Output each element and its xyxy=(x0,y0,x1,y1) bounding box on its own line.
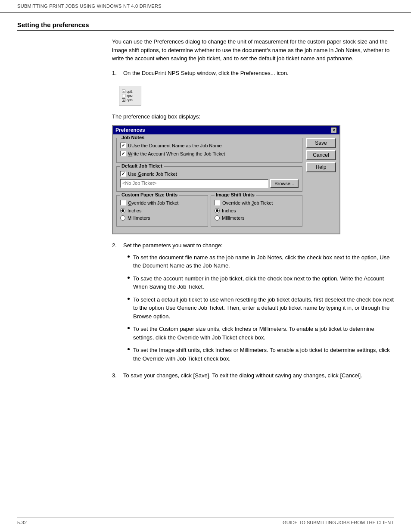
page-header: SUBMITTING PRINT JOBS USING WINDOWS NT 4… xyxy=(0,0,411,12)
override-underline: O xyxy=(128,200,132,205)
page-content: Setting the preferences You can use the … xyxy=(0,12,411,401)
write-account-checkbox[interactable] xyxy=(120,151,126,156)
shift-mm-radio[interactable] xyxy=(215,215,220,221)
icon-label-2: opt2 xyxy=(127,94,133,97)
step-1-number: 1. xyxy=(112,69,121,78)
paper-mm-label: Millimeters xyxy=(128,215,150,221)
cancel-button[interactable]: Cancel xyxy=(306,150,336,160)
step-2-content: Set the parameters you want to change: T… xyxy=(123,241,394,367)
left-column xyxy=(17,37,112,384)
icon-check-1 xyxy=(122,90,125,93)
dialog-titlebar: Preferences × xyxy=(113,126,339,134)
write-account-label: Write the Account When Saving the Job Ti… xyxy=(128,151,225,156)
bullet-item-5: To set the Image shift units, click Inch… xyxy=(128,346,394,363)
paper-mm-radio[interactable] xyxy=(120,215,125,221)
icon-row-2: opt2 xyxy=(122,94,133,97)
close-icon: × xyxy=(333,128,335,133)
image-shift-label: Image Shift Units xyxy=(215,192,256,197)
shift-override-checkbox[interactable] xyxy=(215,200,220,205)
step-1: 1. On the DocuPrint NPS Setup window, cl… xyxy=(112,69,394,78)
paper-mm-row[interactable]: Millimeters xyxy=(120,215,204,221)
icon-label-1: opt1 xyxy=(127,90,133,93)
job-notes-label: Job Notes xyxy=(120,135,146,140)
bullet-dot-3 xyxy=(128,298,130,300)
use-doc-name-label: UUse the Document Name as the Job Name xyxy=(128,143,222,148)
use-doc-name-checkbox[interactable] xyxy=(120,143,126,148)
icon-image: opt1 opt2 opt3 xyxy=(119,86,141,106)
bullet-dot-2 xyxy=(128,277,130,279)
dialog-left: Job Notes UUse the Document Name as the … xyxy=(116,138,302,230)
main-layout: You can use the Preferences dialog to ch… xyxy=(17,37,394,384)
write-account-underline: W xyxy=(128,151,132,156)
intro-paragraph: You can use the Preferences dialog to ch… xyxy=(112,37,394,63)
step-2-text: Set the parameters you want to change: xyxy=(123,242,223,249)
bullet-dot-4 xyxy=(128,327,130,329)
dialog-body: Job Notes UUse the Document Name as the … xyxy=(113,134,339,233)
dialog-buttons: Save Cancel Help xyxy=(306,138,336,230)
header-text: SUBMITTING PRINT JOBS USING WINDOWS NT 4… xyxy=(17,3,162,9)
write-account-row[interactable]: Write the Account When Saving the Job Ti… xyxy=(120,151,299,156)
dialog-close-button[interactable]: × xyxy=(331,127,337,133)
use-doc-name-row[interactable]: UUse the Document Name as the Job Name xyxy=(120,143,299,148)
bullet-text-3: To select a default job ticket to use wh… xyxy=(133,296,394,321)
default-job-ticket-label: Default Job Ticket xyxy=(120,163,164,168)
bullet-list: To set the document file name as the job… xyxy=(128,253,394,363)
default-job-ticket-content: Use Generic Job Ticket <No Job Ticket> B… xyxy=(120,171,299,188)
shift-inches-radio[interactable] xyxy=(215,208,220,213)
bullet-item-3: To select a default job ticket to use wh… xyxy=(128,296,394,321)
use-generic-row[interactable]: Use Generic Job Ticket xyxy=(120,171,299,177)
job-underline: J xyxy=(252,200,254,205)
bullet-dot-5 xyxy=(128,348,130,350)
paper-override-checkbox[interactable] xyxy=(120,200,126,205)
bullet-text-1: To set the document file name as the job… xyxy=(133,253,394,270)
page-footer: 5-32 GUIDE TO SUBMITTING JOBS FROM THE C… xyxy=(17,517,394,525)
job-notes-group: Job Notes UUse the Document Name as the … xyxy=(116,138,302,163)
shift-mm-row[interactable]: Millimeters xyxy=(215,215,299,221)
bullet-text-5: To set the Image shift units, click Inch… xyxy=(133,346,394,363)
job-ticket-input[interactable]: <No Job Ticket> xyxy=(120,179,268,188)
bullet-item-4: To set the Custom paper size units, clic… xyxy=(128,325,394,342)
image-shift-group: Image Shift Units Override with Job Tick… xyxy=(211,195,302,227)
help-button[interactable]: Help xyxy=(306,162,336,172)
dialog-caption: The preference dialog box displays: xyxy=(112,113,394,120)
step3-list: 3. To save your changes, click [Save]. T… xyxy=(112,371,394,380)
step-3: 3. To save your changes, click [Save]. T… xyxy=(112,371,394,380)
step2-list: 2. Set the parameters you want to change… xyxy=(112,241,394,367)
step-3-number: 3. xyxy=(112,371,121,380)
bullet-text-2: To save the account number in the job ti… xyxy=(133,274,394,291)
right-column: You can use the Preferences dialog to ch… xyxy=(112,37,394,384)
use-generic-checkbox[interactable] xyxy=(120,171,126,177)
bullet-item-2: To save the account number in the job ti… xyxy=(128,274,394,291)
section-title: Setting the preferences xyxy=(17,21,394,31)
bullet-item-1: To set the document file name as the job… xyxy=(128,253,394,270)
footer-right: GUIDE TO SUBMITTING JOBS FROM THE CLIENT xyxy=(283,520,394,525)
paper-override-label: Override with Job Ticket xyxy=(128,200,178,205)
units-groups-row: Custom Paper Size Units Override with Jo… xyxy=(116,195,302,230)
paper-inches-label: Inches xyxy=(128,208,141,213)
footer-left: 5-32 xyxy=(17,520,27,525)
job-notes-content: UUse the Document Name as the Job Name W… xyxy=(120,143,299,156)
paper-inches-row[interactable]: Inches xyxy=(120,208,204,213)
shift-override-row[interactable]: Override with Job Ticket xyxy=(215,200,299,205)
custom-paper-label: Custom Paper Size Units xyxy=(120,192,179,197)
step-3-text: To save your changes, click [Save]. To e… xyxy=(123,371,362,380)
browse-button[interactable]: Browse... xyxy=(270,179,299,188)
custom-paper-content: Override with Job Ticket Inches xyxy=(120,200,204,221)
save-button[interactable]: Save xyxy=(306,138,336,148)
icon-check-2 xyxy=(122,94,125,97)
shift-inches-row[interactable]: Inches xyxy=(215,208,299,213)
job-ticket-input-row: <No Job Ticket> Browse... xyxy=(120,179,299,188)
image-shift-content: Override with Job Ticket Inches xyxy=(215,200,299,221)
paper-override-row[interactable]: Override with Job Ticket xyxy=(120,200,204,205)
use-generic-label: Use Generic Job Ticket xyxy=(128,171,177,177)
bullet-text-4: To set the Custom paper size units, clic… xyxy=(133,325,394,342)
shift-inches-label: Inches xyxy=(222,208,236,213)
custom-paper-group: Custom Paper Size Units Override with Jo… xyxy=(116,195,208,227)
steps-list: 1. On the DocuPrint NPS Setup window, cl… xyxy=(112,69,394,78)
shift-override-label: Override with Job Ticket xyxy=(222,200,273,205)
icon-row-3: opt3 xyxy=(122,98,133,102)
preferences-dialog: Preferences × Job Notes xyxy=(112,125,340,234)
icon-check-3 xyxy=(122,98,125,102)
dialog-title: Preferences xyxy=(115,127,145,133)
paper-inches-radio[interactable] xyxy=(120,208,125,213)
